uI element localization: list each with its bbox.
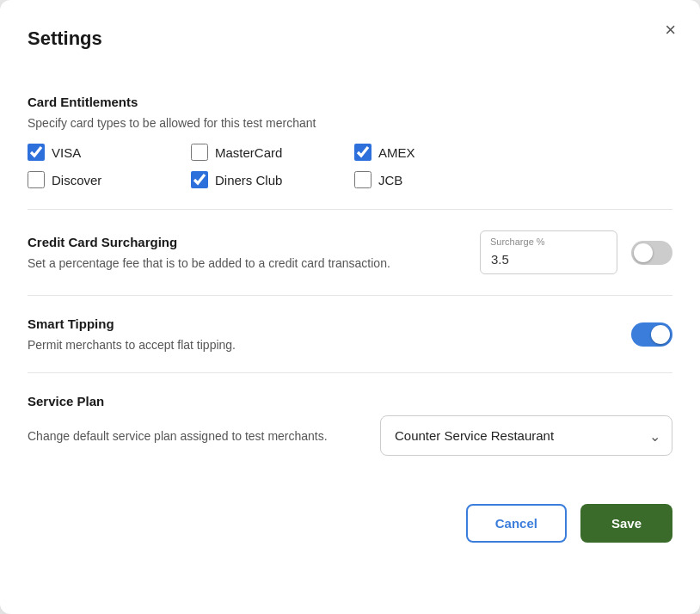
service-plan-title: Service Plan	[28, 394, 672, 408]
service-plan-section: Service Plan Change default service plan…	[28, 373, 672, 476]
checkbox-diners[interactable]: Diners Club	[191, 171, 354, 188]
surcharging-toggle-slider	[631, 241, 672, 265]
surcharging-title: Credit Card Surcharging	[28, 235, 480, 249]
card-entitlements-desc: Specify card types to be allowed for thi…	[28, 116, 672, 130]
checkbox-jcb[interactable]: JCB	[354, 171, 518, 188]
surcharge-row: Credit Card Surcharging Set a percentage…	[28, 230, 672, 274]
settings-dialog: Settings × Card Entitlements Specify car…	[0, 0, 700, 614]
checkbox-mastercard[interactable]: MasterCard	[191, 144, 354, 161]
surcharging-desc: Set a percentage fee that is to be added…	[28, 256, 480, 270]
surcharge-input-label: Surcharge %	[490, 236, 545, 247]
smart-tipping-desc: Permit merchants to accept flat tipping.	[28, 338, 236, 352]
card-checkboxes-row: VISA MasterCard AMEX Discover Diners Clu…	[28, 144, 672, 188]
smart-tipping-title: Smart Tipping	[28, 316, 236, 331]
surcharge-input-wrap: Surcharge %	[480, 230, 617, 274]
smart-tipping-left: Smart Tipping Permit merchants to accept…	[28, 316, 236, 352]
checkbox-visa[interactable]: VISA	[28, 144, 191, 161]
checkbox-amex[interactable]: AMEX	[354, 144, 518, 161]
service-plan-select[interactable]: Counter Service Restaurant Full Service …	[380, 415, 672, 456]
checkbox-diners-label: Diners Club	[215, 173, 282, 187]
checkbox-discover-label: Discover	[52, 173, 101, 187]
checkbox-amex-label: AMEX	[378, 145, 415, 160]
close-button[interactable]: ×	[665, 21, 676, 40]
checkbox-mastercard-label: MasterCard	[215, 145, 282, 160]
surcharge-right: Surcharge %	[480, 230, 672, 274]
checkbox-jcb-label: JCB	[378, 173, 402, 187]
smart-tipping-toggle-slider	[631, 322, 672, 347]
checkbox-diners-input[interactable]	[191, 171, 208, 188]
checkbox-visa-input[interactable]	[28, 144, 45, 161]
smart-tipping-toggle[interactable]	[631, 322, 672, 347]
service-plan-row: Change default service plan assigned to …	[28, 415, 672, 456]
smart-tipping-section: Smart Tipping Permit merchants to accept…	[28, 296, 672, 373]
footer-buttons: Cancel Save	[28, 504, 672, 543]
checkbox-jcb-input[interactable]	[354, 171, 371, 188]
checkbox-discover[interactable]: Discover	[28, 171, 191, 188]
service-plan-select-wrap: Counter Service Restaurant Full Service …	[380, 415, 672, 456]
dialog-title: Settings	[28, 28, 672, 50]
service-plan-desc: Change default service plan assigned to …	[28, 429, 366, 443]
smart-tipping-row: Smart Tipping Permit merchants to accept…	[28, 316, 672, 352]
surcharging-toggle[interactable]	[631, 241, 672, 265]
checkbox-visa-label: VISA	[52, 145, 81, 160]
card-entitlements-title: Card Entitlements	[28, 95, 672, 109]
checkbox-amex-input[interactable]	[354, 144, 371, 161]
cancel-button[interactable]: Cancel	[466, 504, 567, 543]
surcharging-section: Credit Card Surcharging Set a percentage…	[28, 210, 672, 296]
save-button[interactable]: Save	[580, 504, 672, 543]
checkbox-mastercard-input[interactable]	[191, 144, 208, 161]
card-entitlements-section: Card Entitlements Specify card types to …	[28, 74, 672, 210]
surcharge-left: Credit Card Surcharging Set a percentage…	[28, 235, 480, 270]
checkbox-discover-input[interactable]	[28, 171, 45, 188]
